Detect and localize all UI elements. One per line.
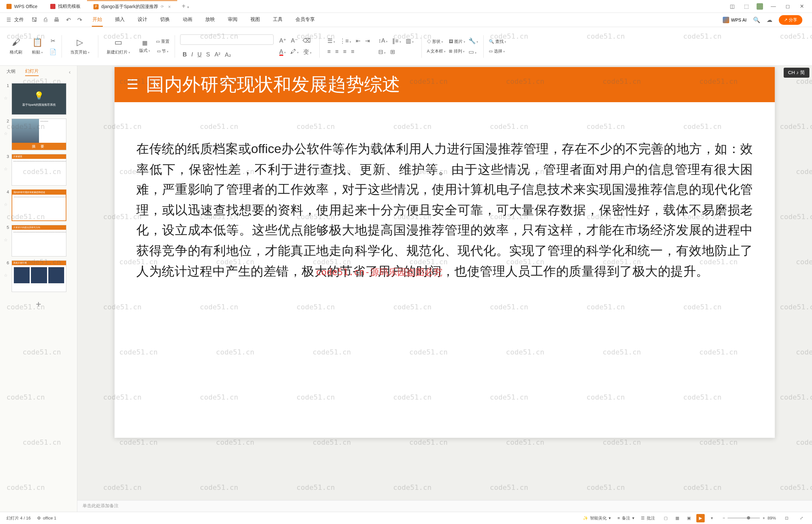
super-icon[interactable]: A²: [215, 51, 220, 58]
tab-transition[interactable]: 切换: [160, 13, 170, 27]
font-color-icon[interactable]: A▾: [279, 48, 286, 55]
tab-template[interactable]: 找稻壳模板: [44, 0, 87, 13]
paste-button[interactable]: 📋 粘贴▾: [29, 37, 46, 55]
tab-view[interactable]: 视图: [250, 13, 261, 27]
print-icon[interactable]: 🖶: [54, 16, 60, 23]
find-button[interactable]: 🔍 查找▾: [489, 39, 506, 45]
columns-icon[interactable]: ▥▾: [406, 37, 414, 45]
tab-wps-office[interactable]: WPS Office: [0, 0, 44, 13]
image-button[interactable]: 🖼 图片▾: [449, 39, 465, 45]
redo-icon[interactable]: ↷: [77, 16, 82, 23]
slide-title-bar[interactable]: ☰ 国内外研究现状和发展趋势综述: [114, 67, 775, 102]
file-menu[interactable]: 文件: [14, 17, 24, 23]
layout-button[interactable]: ▦版式▾: [137, 39, 153, 53]
fit-button[interactable]: ⊡: [782, 514, 791, 522]
star-icon[interactable]: ☆: [4, 131, 9, 136]
undo-icon[interactable]: ↶: [66, 16, 71, 23]
tab-document[interactable]: P django基于Spark的国漫推荐 ⟳ ×: [87, 0, 177, 13]
indent-right-icon[interactable]: ⇥: [365, 37, 370, 45]
underline-icon[interactable]: U: [198, 51, 202, 58]
cube-icon[interactable]: ⬚: [742, 3, 750, 10]
arrange-button[interactable]: ⊞ 排列▾: [449, 48, 465, 54]
align-right-icon[interactable]: ≡: [343, 48, 347, 55]
star-icon[interactable]: ☆: [4, 202, 9, 207]
slide-thumb-6[interactable]: 系统开发环境: [12, 260, 66, 292]
export-icon[interactable]: ⎙: [44, 16, 47, 23]
slide-thumb-4[interactable]: 国内外研究现状和发展趋势综述 ▪▪▪▪▪▪▪▪▪▪▪▪▪▪▪▪▪▪▪▪▪▪▪▪▪…: [12, 190, 66, 221]
font-selector[interactable]: [180, 34, 274, 45]
align-justify-icon[interactable]: ≡: [351, 48, 354, 55]
notes-toggle[interactable]: ≡ 备注 ▾: [617, 515, 634, 521]
bullets-icon[interactable]: ☰▾: [327, 37, 335, 45]
slide-thumb-3[interactable]: 开发背景 ▪▪▪▪▪▪▪▪▪▪▪▪▪▪▪▪▪▪▪▪▪▪▪▪▪▪▪▪▪▪▪▪▪▪▪…: [12, 154, 66, 186]
expand-button[interactable]: ⤢: [797, 514, 806, 522]
font-smaller-icon[interactable]: A⁻: [291, 37, 298, 44]
outline-icon[interactable]: ▭▾: [468, 48, 477, 55]
textbox-button[interactable]: A 文本框▾: [427, 48, 446, 54]
wps-ai-button[interactable]: WPS AI: [723, 17, 747, 23]
line-spacing-icon[interactable]: ‖≡▾: [392, 37, 401, 45]
search-icon[interactable]: 🔍: [753, 16, 760, 23]
start-current-button[interactable]: ▷ 当页开始▾: [67, 37, 93, 55]
add-slide-button[interactable]: +: [36, 299, 41, 309]
slide-body-text[interactable]: 在传统的纸质档案或office办公软件等作为载体利用人力进行国漫推荐管理，存在不…: [136, 138, 753, 281]
play-view-icon[interactable]: ▶: [696, 514, 705, 522]
office-indicator[interactable]: ⚙ office 1: [37, 515, 56, 521]
valign-icon[interactable]: ⊟▾: [378, 48, 386, 55]
play-dropdown-icon[interactable]: ▾: [708, 514, 716, 522]
font-effect-icon[interactable]: 变▾: [303, 48, 312, 56]
reading-view-icon[interactable]: ▣: [685, 514, 693, 522]
tab-member[interactable]: 会员专享: [295, 13, 315, 27]
clear-format-icon[interactable]: ⌫: [302, 37, 311, 44]
strike-icon[interactable]: S: [206, 51, 210, 58]
overlap-icon[interactable]: ◫: [728, 3, 736, 10]
close-tab-icon[interactable]: ×: [168, 4, 171, 9]
slide-title[interactable]: 国内外研究现状和发展趋势综述: [146, 72, 400, 97]
beautify-button[interactable]: ✨ 智能美化 ▾: [583, 515, 611, 521]
slides-tab[interactable]: 幻灯片: [25, 68, 39, 76]
cloud-icon[interactable]: ☁: [766, 16, 772, 23]
copy-icon[interactable]: 📄: [49, 48, 56, 55]
outline-tab[interactable]: 大纲: [6, 69, 15, 76]
zoom-out-button[interactable]: −: [723, 515, 725, 521]
slide-indicator[interactable]: 幻灯片 4 / 16: [6, 515, 31, 521]
indent-left-icon[interactable]: ⇤: [356, 37, 361, 45]
fill-icon[interactable]: 🔧▾: [468, 37, 478, 45]
cut-icon[interactable]: ✂: [51, 37, 55, 45]
tab-review[interactable]: 审阅: [227, 13, 238, 27]
collapse-icon[interactable]: ‹: [69, 69, 70, 75]
close-icon[interactable]: ✕: [798, 3, 806, 10]
select-button[interactable]: ▭ 选择▾: [489, 48, 505, 54]
share-button[interactable]: ↗ 分享: [779, 15, 802, 25]
tab-home[interactable]: 开始: [92, 13, 103, 27]
italic-icon[interactable]: I: [192, 51, 193, 58]
format-brush-button[interactable]: 🖌 格式刷: [6, 37, 26, 55]
notes-area[interactable]: 单击此处添加备注: [77, 500, 812, 512]
tab-slideshow[interactable]: 放映: [204, 13, 216, 27]
zoom-value[interactable]: 89%: [767, 515, 776, 521]
avatar-icon[interactable]: [757, 3, 763, 10]
slide-thumb-1[interactable]: 💡 基于Spark的国漫推荐系统: [12, 83, 66, 115]
minimize-icon[interactable]: —: [769, 3, 777, 10]
align-left-icon[interactable]: ≡: [327, 48, 331, 55]
sorter-view-icon[interactable]: ▦: [673, 514, 681, 522]
tab-tools[interactable]: 工具: [272, 13, 283, 27]
zoom-slider[interactable]: [728, 518, 760, 519]
save-icon[interactable]: 🖫: [32, 16, 37, 23]
comments-button[interactable]: ☰ 批注: [641, 515, 655, 521]
font-bigger-icon[interactable]: A⁺: [279, 37, 286, 44]
distribute-icon[interactable]: ⊞: [390, 48, 395, 55]
tab-insert[interactable]: 插入: [114, 13, 125, 27]
slide-thumb-2[interactable]: ▪▪▪▪▪▪▪▪▪▪▪▪▪▪摘 要: [12, 119, 66, 150]
shape-button[interactable]: ◇ 形状▾: [427, 39, 443, 45]
star-icon[interactable]: ☆: [4, 273, 9, 278]
tab-design[interactable]: 设计: [137, 13, 148, 27]
slide-content[interactable]: ☰ 国内外研究现状和发展趋势综述 在传统的纸质档案或office办公软件等作为载…: [114, 67, 775, 438]
tab-animation[interactable]: 动画: [182, 13, 193, 27]
align-center-icon[interactable]: ≡: [335, 48, 339, 55]
star-icon[interactable]: ☆: [4, 96, 9, 100]
section-button[interactable]: ▭ 节▾: [157, 48, 169, 54]
numbering-icon[interactable]: ⋮≡▾: [339, 37, 351, 45]
slide-canvas[interactable]: ☰ 国内外研究现状和发展趋势综述 在传统的纸质档案或office办公软件等作为载…: [77, 66, 812, 500]
slide-thumb-5[interactable]: 开发设计的想法及研究方向 ▪▪▪▪▪▪▪▪▪▪▪▪▪▪▪▪▪▪▪▪▪▪▪▪▪▪▪…: [12, 225, 66, 257]
